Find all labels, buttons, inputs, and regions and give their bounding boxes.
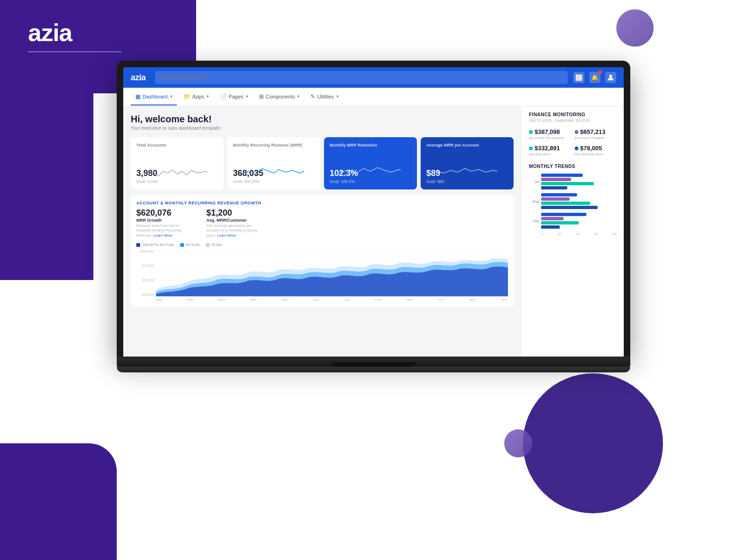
trend-bar-jul-1 (541, 174, 583, 177)
tab-components[interactable]: ⊞ Components ▾ (254, 89, 304, 105)
subnav: ▦ Dashboard ▾ 📁 Apps ▾ 📄 Pages ▾ (123, 88, 624, 106)
avg-mrr-label: Avg. MRR/Customer (206, 218, 262, 223)
x-label-jan: JAN (156, 298, 162, 301)
trends-x-20: 20 (557, 232, 561, 236)
bell-icon[interactable]: 🔔 (589, 72, 600, 83)
laptop-base (117, 357, 630, 367)
mrr-growth-label: MRR Growth (136, 218, 192, 223)
laptop-wrapper: azia ⬜ 🔔 (105, 61, 642, 372)
learn-more-mrr[interactable]: Learn More (153, 233, 172, 238)
dot-purple (575, 130, 578, 134)
area-chart-wrapper: $100,000 $75,000 $50,000 $25,000 (136, 250, 508, 301)
svg-point-0 (609, 75, 612, 77)
x-label-jun: JUN (313, 298, 319, 301)
legend-label-actual: ACTUAL (186, 243, 201, 247)
topbar-logo: azia (131, 73, 146, 83)
finance-date: July 01,2018 - September 30,2018 (529, 118, 616, 123)
tab-utilities[interactable]: ✎ Utilities ▾ (306, 89, 343, 105)
right-panel: FINANCE MONITORING July 01,2018 - Septem… (521, 106, 624, 357)
finance-label-burn: Monthly Burn (529, 152, 571, 156)
metric-avg-mrr: Average MRR per Account $89 Goal: $80 (421, 137, 514, 189)
legend-dot-actual (180, 243, 184, 247)
trends-x-40: 40 (576, 232, 580, 236)
trends-aug-group: Aug (529, 193, 616, 209)
trends-jul-group: Jul (529, 174, 616, 189)
metric-goal-4: Goal: $80 (426, 179, 508, 184)
finance-value-payable: $657,213 (575, 128, 617, 135)
trends-jul-bars (541, 174, 616, 189)
finance-item-receivable: $387,098 Accounts Receivable (529, 128, 571, 140)
chart-legend: GROWTH ACTUAL ACTUAL PLAN (136, 243, 508, 247)
avg-mrr-desc: The revenue generated per account on a m… (206, 224, 262, 238)
area-chart-svg (156, 250, 508, 296)
x-label-nov: NOV (469, 298, 476, 301)
brand-underline (28, 51, 121, 52)
y-label-100k: $100,000 (136, 250, 154, 253)
x-label-mar: MAR (218, 298, 226, 301)
trend-bar-jul-3 (541, 182, 594, 185)
trends-jul-label: Jul (529, 180, 539, 184)
x-label-sep: SEP (406, 298, 413, 301)
tab-pages-label: Pages (229, 94, 243, 99)
tab-apps[interactable]: 📁 Apps ▾ (179, 89, 213, 105)
legend-plan: PLAN (206, 243, 221, 247)
bg-purple-bottom-left (0, 443, 117, 560)
metric-title-3: Monthly MRR Retention (330, 143, 411, 147)
x-label-may: MAY (282, 298, 289, 301)
user-icon[interactable] (605, 72, 616, 83)
finance-label-payable: Accounts Payable (575, 136, 617, 140)
dot-teal (529, 130, 533, 134)
growth-stats: $620,076 MRR Growth Measure How Fast You… (136, 208, 508, 238)
tab-pages[interactable]: 📄 Pages ▾ (215, 89, 253, 105)
trends-sep-group: Sep (529, 213, 616, 229)
laptop-frame: azia ⬜ 🔔 (117, 61, 630, 372)
learn-more-avg[interactable]: Learn More (217, 233, 236, 238)
metric-retention: Monthly MRR Retention 102.3% Goal: 105.5… (324, 137, 417, 189)
x-label-jul: JUL (344, 298, 350, 301)
legend-label-growth: GROWTH ACTUAL (142, 243, 175, 247)
topbar-icons: ⬜ 🔔 (573, 72, 616, 83)
x-label-aug: AUG (374, 298, 381, 301)
trend-bar-sep-2 (541, 217, 564, 220)
tab-utilities-label: Utilities (317, 94, 333, 99)
legend-dot-growth (136, 243, 140, 247)
trends-x-axis: 0 20 40 60 80 (541, 232, 616, 236)
avg-mrr-value: $1,200 (206, 208, 262, 218)
trends-sep-row: Sep (529, 213, 616, 229)
trend-bar-sep-4 (541, 225, 560, 229)
pages-icon: 📄 (220, 93, 227, 100)
finance-label-receivable: Accounts Receivable (529, 136, 571, 140)
sparkline-3 (324, 163, 417, 179)
x-label-dec: DEC (501, 298, 508, 301)
trends-x-0: 0 (541, 232, 543, 236)
trend-bar-sep-1 (541, 213, 586, 216)
tab-dashboard-label: Dashboard (142, 94, 168, 99)
trend-bar-aug-3 (541, 202, 590, 205)
apps-icon: 📁 (183, 93, 190, 100)
legend-label-plan: PLAN (211, 243, 221, 247)
trend-bar-aug-4 (541, 206, 598, 209)
mrr-growth-desc: Measure How Fast You're Growing Monthly … (136, 224, 192, 238)
trend-bar-aug-2 (541, 197, 570, 201)
laptop-screen: azia ⬜ 🔔 (123, 67, 624, 357)
growth-chart-card: ACCOUNT & MONTHLY RECURRING REVENUE GROW… (131, 195, 514, 307)
sparkline-1 (131, 163, 224, 179)
trends-jul-row: Jul (529, 174, 616, 189)
circle-bottom-right (523, 373, 663, 513)
metric-title-1: Total Accounts (136, 143, 218, 147)
y-label-25k: $25,000 (136, 293, 154, 296)
trends-title: MONTHLY TRENDS (529, 164, 616, 169)
finance-grid: $387,098 Accounts Receivable $657,213 (529, 128, 616, 156)
monitor-icon[interactable]: ⬜ (573, 72, 585, 83)
legend-dot-plan (206, 243, 210, 247)
tab-apps-label: Apps (192, 94, 204, 99)
metric-title-2: Monthly Recurring Revenue (MRR) (233, 143, 315, 147)
mrr-growth-value: $620,076 (136, 208, 192, 218)
trends-aug-label: Aug (529, 199, 539, 203)
search-input[interactable] (155, 71, 568, 84)
tab-dashboard[interactable]: ▦ Dashboard ▾ (131, 89, 177, 105)
finance-value-burn: $332,891 (529, 145, 571, 152)
finance-label-net-burn: Net Monthly Burn (575, 152, 617, 156)
content-area: Hi, welcome back! Your executive or sass… (123, 106, 521, 357)
legend-actual: ACTUAL (180, 243, 201, 247)
